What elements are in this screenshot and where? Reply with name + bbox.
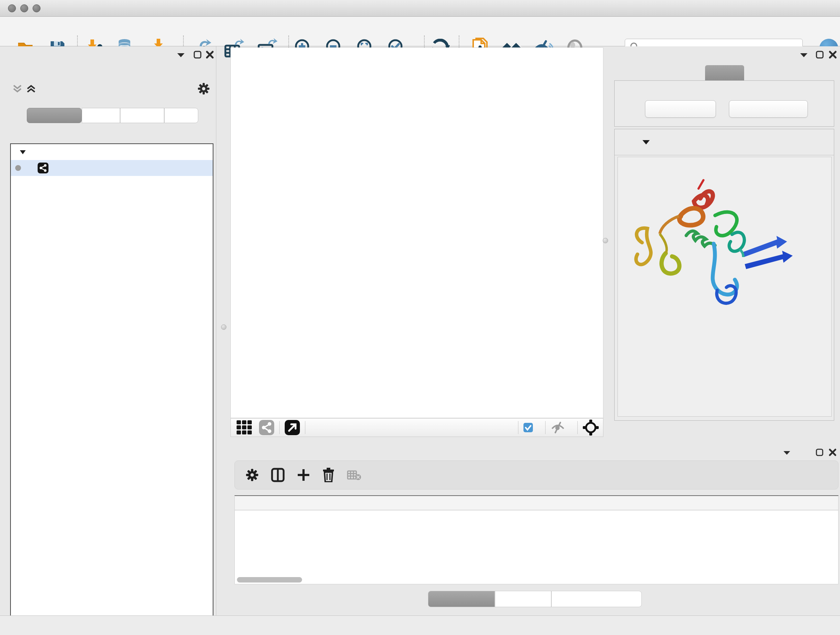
close-panel-icon[interactable]	[829, 50, 837, 59]
network-view-share-icon[interactable]	[259, 420, 274, 435]
tab-node-table[interactable]	[428, 591, 495, 607]
tab-select[interactable]	[120, 108, 164, 123]
control-panel	[0, 46, 216, 616]
network-graph	[231, 48, 603, 418]
tab-string[interactable]	[705, 65, 744, 81]
title-bar	[0, 0, 840, 17]
network-row[interactable]	[11, 160, 213, 176]
panel-menu-icon[interactable]	[783, 450, 791, 455]
delete-column-trash-icon[interactable]	[322, 468, 335, 482]
main-toolbar	[0, 17, 840, 46]
float-panel-icon[interactable]	[193, 50, 202, 59]
collapse-all-button[interactable]	[729, 100, 808, 118]
current-network-indicator	[15, 165, 21, 171]
toolbar-separator	[279, 421, 279, 434]
table-horizontal-scrollbar[interactable]	[237, 577, 302, 583]
float-panel-icon[interactable]	[815, 448, 824, 456]
grid-view-icon[interactable]	[236, 419, 253, 436]
selected-checkbox-icon[interactable]	[523, 423, 533, 432]
tree-expand-icon[interactable]	[19, 149, 26, 155]
network-tree	[10, 143, 213, 635]
table-settings-gear-icon[interactable]	[246, 469, 259, 481]
open-in-new-window-icon[interactable]	[285, 420, 300, 435]
status-bar	[0, 616, 840, 635]
table-toolbar	[234, 461, 838, 489]
toolbar-separator	[577, 421, 578, 434]
close-panel-icon[interactable]	[205, 50, 214, 59]
gene-header-row[interactable]	[615, 129, 834, 155]
expand-all-button[interactable]	[645, 100, 716, 118]
toolbar-separator	[545, 421, 546, 434]
results-actions-box	[614, 80, 834, 127]
gene-results-box	[614, 129, 834, 421]
close-window-button[interactable]	[8, 4, 16, 12]
float-panel-icon[interactable]	[815, 50, 824, 59]
left-splitter-handle[interactable]	[221, 325, 226, 330]
zoom-window-button[interactable]	[33, 4, 41, 12]
panel-menu-icon[interactable]	[177, 52, 185, 58]
delete-table-icon	[347, 470, 362, 480]
show-columns-icon[interactable]	[271, 468, 285, 482]
crosslinks-list	[641, 329, 829, 412]
protein-structure-image	[625, 174, 825, 315]
tab-edge-table[interactable]	[495, 591, 551, 607]
toolbar-separator	[518, 421, 518, 434]
close-panel-icon[interactable]	[829, 448, 837, 456]
minimize-window-button[interactable]	[20, 4, 28, 12]
network-view-toolbar	[231, 418, 603, 437]
table-header-row	[235, 496, 838, 510]
hidden-eye-icon[interactable]	[551, 421, 565, 434]
toolbar-separator	[305, 421, 305, 434]
tab-network[interactable]	[27, 108, 82, 123]
network-collection-row[interactable]	[11, 144, 213, 160]
tab-sets[interactable]	[164, 108, 198, 123]
tab-style[interactable]	[82, 108, 120, 123]
gene-detail-card	[617, 157, 832, 417]
network-options-gear-icon[interactable]	[197, 82, 210, 95]
network-canvas[interactable]	[231, 48, 603, 418]
node-table	[234, 495, 838, 584]
tab-network-table[interactable]	[551, 591, 642, 607]
panel-menu-icon[interactable]	[799, 52, 808, 58]
add-column-icon[interactable]	[297, 469, 310, 481]
right-splitter-handle[interactable]	[603, 238, 608, 243]
gene-collapse-icon[interactable]	[642, 139, 650, 145]
collapse-all-icon[interactable]	[12, 84, 22, 93]
network-share-icon	[38, 163, 49, 173]
birds-eye-view-icon[interactable]	[583, 420, 599, 435]
expand-all-icon[interactable]	[26, 84, 36, 93]
